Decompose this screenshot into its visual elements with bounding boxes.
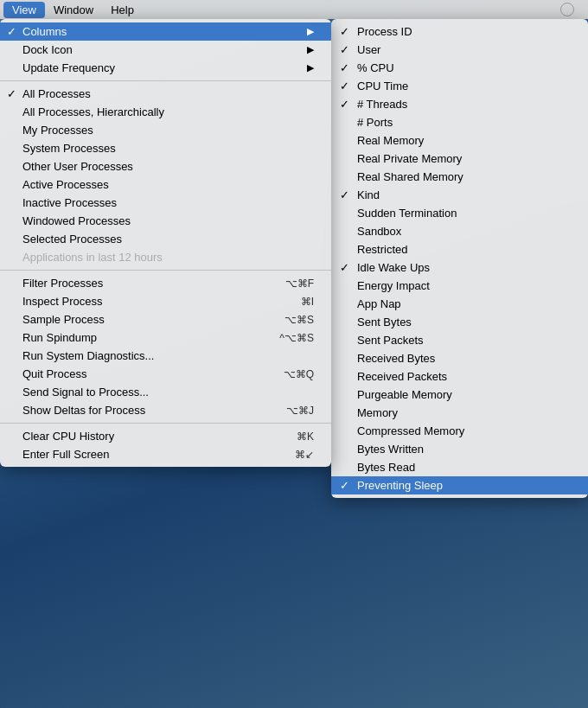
columns-arrow: ▶: [307, 26, 314, 37]
dock-icon-label: Dock Icon: [22, 43, 73, 56]
sub-item-preventing-sleep[interactable]: Preventing Sleep: [331, 476, 588, 494]
clear-cpu-history-shortcut: ⌘K: [297, 431, 314, 443]
sub-item-sandbox[interactable]: Sandbox: [331, 222, 588, 240]
menu-item-clear-cpu-history[interactable]: Clear CPU History ⌘K: [0, 427, 331, 445]
menu-item-system-processes[interactable]: System Processes: [0, 139, 331, 157]
inactive-processes-label: Inactive Processes: [22, 196, 117, 209]
primary-menu: Columns ▶ Dock Icon ▶ Update Frequency ▶…: [0, 19, 331, 467]
show-deltas-label: Show Deltas for Process: [22, 404, 145, 417]
menu-bar-window[interactable]: Window: [45, 2, 102, 18]
menu-bar-view[interactable]: View: [3, 2, 45, 18]
enter-full-screen-shortcut: ⌘↙: [295, 449, 314, 461]
menu-item-dock-icon[interactable]: Dock Icon ▶: [0, 41, 331, 59]
my-processes-label: My Processes: [22, 124, 93, 137]
columns-label: Columns: [22, 25, 67, 38]
sub-item-compressed-memory[interactable]: Compressed Memory: [331, 422, 588, 440]
sub-item-restricted[interactable]: Restricted: [331, 240, 588, 258]
sub-item-real-memory[interactable]: Real Memory: [331, 131, 588, 150]
sub-item-real-shared-memory[interactable]: Real Shared Memory: [331, 168, 588, 186]
sub-item-bytes-written[interactable]: Bytes Written: [331, 440, 588, 458]
system-processes-label: System Processes: [22, 142, 116, 155]
sub-item-cpu-time[interactable]: CPU Time: [331, 77, 588, 95]
update-frequency-arrow: ▶: [307, 62, 314, 73]
menu-item-run-spindump[interactable]: Run Spindump ^⌥⌘S: [0, 328, 331, 347]
menu-item-run-system-diagnostics[interactable]: Run System Diagnostics...: [0, 347, 331, 365]
menu-item-show-deltas[interactable]: Show Deltas for Process ⌥⌘J: [0, 401, 331, 419]
sub-item-received-bytes[interactable]: Received Bytes: [331, 349, 588, 367]
sub-item-received-packets[interactable]: Received Packets: [331, 367, 588, 386]
menu-item-applications-last12: Applications in last 12 hours: [0, 248, 331, 266]
sample-process-label: Sample Process: [22, 313, 105, 326]
columns-submenu: Process ID User % CPU CPU Time # Threads…: [331, 19, 588, 498]
menu-item-update-frequency[interactable]: Update Frequency ▶: [0, 59, 331, 77]
enter-full-screen-label: Enter Full Screen: [22, 448, 109, 461]
menu-item-sample-process[interactable]: Sample Process ⌥⌘S: [0, 310, 331, 328]
dock-icon-arrow: ▶: [307, 44, 314, 55]
menu-item-selected-processes[interactable]: Selected Processes: [0, 230, 331, 248]
menu-item-filter-processes[interactable]: Filter Processes ⌥⌘F: [0, 274, 331, 292]
menu-item-windowed-processes[interactable]: Windowed Processes: [0, 212, 331, 230]
menu-item-quit-process[interactable]: Quit Process ⌥⌘Q: [0, 365, 331, 383]
separator-3: [0, 423, 331, 424]
filter-processes-label: Filter Processes: [22, 277, 103, 290]
sub-item-kind[interactable]: Kind: [331, 186, 588, 204]
menu-item-my-processes[interactable]: My Processes: [0, 121, 331, 139]
menu-item-send-signal[interactable]: Send Signal to Process...: [0, 383, 331, 401]
separator-1: [0, 80, 331, 81]
other-user-processes-label: Other User Processes: [22, 160, 133, 173]
update-frequency-label: Update Frequency: [22, 61, 115, 74]
selected-processes-label: Selected Processes: [22, 233, 122, 246]
menu-item-all-processes-hierarchically[interactable]: All Processes, Hierarchically: [0, 103, 331, 121]
quit-process-label: Quit Process: [22, 367, 86, 380]
sub-item-memory[interactable]: Memory: [331, 404, 588, 422]
show-deltas-shortcut: ⌥⌘J: [286, 405, 314, 417]
sub-item-energy-impact[interactable]: Energy Impact: [331, 277, 588, 295]
windowed-processes-label: Windowed Processes: [22, 214, 131, 227]
menu-item-inspect-process[interactable]: Inspect Process ⌘I: [0, 292, 331, 310]
sub-item-sudden-termination[interactable]: Sudden Termination: [331, 204, 588, 222]
menu-item-all-processes[interactable]: All Processes: [0, 85, 331, 103]
separator-2: [0, 270, 331, 271]
quit-process-shortcut: ⌥⌘Q: [284, 368, 314, 380]
run-spindump-label: Run Spindump: [22, 331, 97, 344]
sub-item-sent-packets[interactable]: Sent Packets: [331, 331, 588, 349]
sub-item-real-private-memory[interactable]: Real Private Memory: [331, 150, 588, 168]
sample-process-shortcut: ⌥⌘S: [284, 314, 314, 326]
sub-item-process-id[interactable]: Process ID: [331, 22, 588, 41]
inspect-process-shortcut: ⌘I: [301, 296, 314, 308]
filter-processes-shortcut: ⌥⌘F: [285, 277, 314, 290]
active-processes-label: Active Processes: [22, 178, 109, 191]
menu-item-columns[interactable]: Columns ▶: [0, 22, 331, 41]
all-processes-label: All Processes: [22, 87, 91, 100]
sub-item-purgeable-memory[interactable]: Purgeable Memory: [331, 386, 588, 404]
sub-item-app-nap[interactable]: App Nap: [331, 295, 588, 313]
menu-item-other-user-processes[interactable]: Other User Processes: [0, 157, 331, 175]
menu-bar-help[interactable]: Help: [102, 2, 143, 18]
sub-item-sent-bytes[interactable]: Sent Bytes: [331, 313, 588, 331]
sub-item-ports[interactable]: # Ports: [331, 113, 588, 131]
sub-item-bytes-read[interactable]: Bytes Read: [331, 458, 588, 476]
menu-item-enter-full-screen[interactable]: Enter Full Screen ⌘↙: [0, 445, 331, 463]
sub-item-threads[interactable]: # Threads: [331, 95, 588, 113]
menu-item-active-processes[interactable]: Active Processes: [0, 175, 331, 194]
circle-button[interactable]: [560, 3, 574, 16]
all-processes-hier-label: All Processes, Hierarchically: [22, 105, 164, 118]
sub-item-user[interactable]: User: [331, 41, 588, 59]
inspect-process-label: Inspect Process: [22, 295, 103, 308]
send-signal-label: Send Signal to Process...: [22, 386, 149, 399]
run-spindump-shortcut: ^⌥⌘S: [279, 332, 314, 344]
clear-cpu-history-label: Clear CPU History: [22, 430, 114, 443]
run-system-diagnostics-label: Run System Diagnostics...: [22, 349, 154, 362]
sub-item-pct-cpu[interactable]: % CPU: [331, 59, 588, 77]
dropdown-container: Columns ▶ Dock Icon ▶ Update Frequency ▶…: [0, 19, 588, 498]
menu-bar: View Window Help: [0, 0, 588, 19]
applications-last12-label: Applications in last 12 hours: [22, 251, 163, 264]
menu-item-inactive-processes[interactable]: Inactive Processes: [0, 194, 331, 212]
sub-item-idle-wake-ups[interactable]: Idle Wake Ups: [331, 258, 588, 277]
